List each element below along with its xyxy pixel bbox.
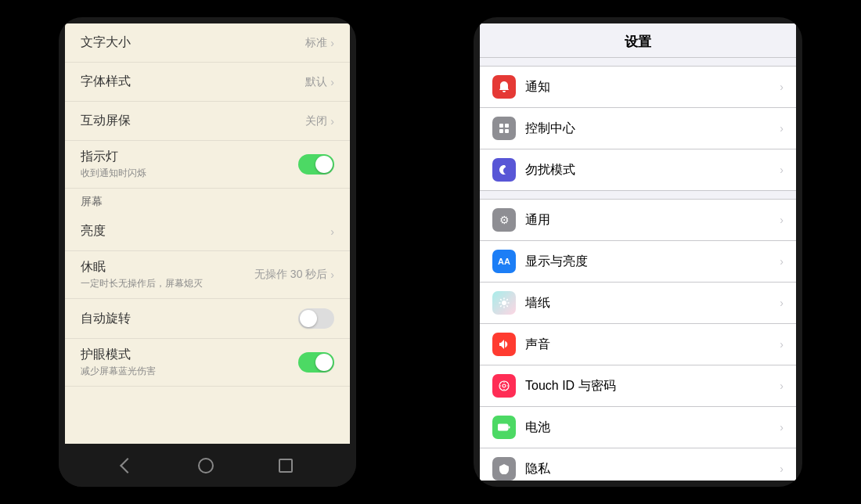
sleep-row[interactable]: 休眠 一定时长无操作后，屏幕熄灭 无操作 30 秒后 › — [65, 251, 350, 299]
control-center-icon — [492, 117, 516, 140]
ios-phone: 设置 通知 › — [474, 17, 802, 487]
svg-rect-7 — [498, 424, 508, 430]
svg-rect-8 — [509, 427, 510, 429]
chevron-icon: › — [780, 297, 784, 309]
wallpaper-label: 墙纸 — [525, 295, 775, 311]
battery-label: 电池 — [525, 419, 775, 436]
chevron-icon: › — [330, 268, 334, 281]
general-icon: ⚙ — [492, 208, 516, 232]
nav-home-button[interactable] — [198, 458, 214, 473]
do-not-disturb-icon — [492, 158, 516, 182]
screen-section-label: 屏幕 — [65, 189, 350, 212]
notifications-row[interactable]: 通知 › — [480, 67, 796, 108]
wallpaper-row[interactable]: 墙纸 › — [480, 283, 796, 324]
chevron-icon: › — [780, 81, 784, 93]
display-icon: AA — [492, 250, 516, 273]
indicator-row[interactable]: 指示灯 收到通知时闪烁 — [65, 141, 350, 189]
svg-rect-1 — [505, 124, 509, 128]
chevron-icon: › — [780, 214, 784, 226]
sound-label: 声音 — [525, 337, 775, 353]
scene: 文字大小 标准 › 字体样式 默认 › 互动屏保 — [0, 0, 861, 504]
wallpaper-icon — [492, 291, 516, 315]
font-style-row[interactable]: 字体样式 默认 › — [65, 63, 350, 102]
ios-header: 设置 — [480, 23, 796, 58]
ios-screen: 设置 通知 › — [480, 23, 796, 481]
svg-rect-0 — [499, 124, 503, 128]
nav-recents-button[interactable] — [279, 459, 293, 473]
chevron-icon: › — [330, 76, 334, 88]
privacy-icon — [492, 457, 516, 481]
battery-icon — [492, 416, 516, 439]
nav-back-button[interactable] — [120, 458, 135, 473]
sound-row[interactable]: 声音 › — [480, 324, 796, 365]
chevron-icon: › — [330, 37, 334, 49]
ios-group-1: 通知 › 控制中心 › 勿扰模式 — [480, 66, 796, 191]
chevron-icon: › — [780, 338, 784, 351]
android-screen: 文字大小 标准 › 字体样式 默认 › 互动屏保 — [65, 23, 350, 444]
indicator-toggle[interactable] — [298, 154, 334, 175]
touchid-label: Touch ID 与密码 — [525, 378, 775, 394]
auto-rotate-row[interactable]: 自动旋转 — [65, 299, 350, 339]
eye-mode-row[interactable]: 护眼模式 减少屏幕蓝光伤害 — [65, 339, 350, 387]
chevron-icon: › — [780, 380, 784, 392]
chevron-icon: › — [780, 421, 784, 434]
auto-rotate-toggle[interactable] — [298, 308, 334, 329]
privacy-label: 隐私 — [525, 461, 775, 477]
chevron-icon: › — [780, 255, 784, 268]
general-row[interactable]: ⚙ 通用 › — [480, 200, 796, 241]
touchid-row[interactable]: Touch ID 与密码 › — [480, 365, 796, 407]
ios-content: 通知 › 控制中心 › 勿扰模式 — [480, 58, 796, 481]
control-center-row[interactable]: 控制中心 › — [480, 108, 796, 149]
do-not-disturb-row[interactable]: 勿扰模式 › — [480, 149, 796, 190]
notifications-icon — [492, 75, 516, 99]
chevron-icon: › — [780, 463, 784, 475]
general-label: 通用 — [525, 212, 775, 229]
ios-title: 设置 — [625, 34, 651, 49]
android-nav-bar — [59, 444, 356, 487]
privacy-row[interactable]: 隐私 › — [480, 448, 796, 481]
eye-mode-toggle[interactable] — [298, 352, 334, 373]
chevron-icon: › — [780, 164, 784, 176]
font-size-row[interactable]: 文字大小 标准 › — [65, 23, 350, 63]
control-center-label: 控制中心 — [525, 121, 775, 137]
battery-row[interactable]: 电池 › — [480, 407, 796, 448]
display-label: 显示与亮度 — [525, 254, 775, 270]
chevron-icon: › — [330, 115, 334, 128]
chevron-icon: › — [780, 122, 784, 135]
svg-point-4 — [502, 301, 506, 305]
screen-saver-row[interactable]: 互动屏保 关闭 › — [65, 102, 350, 141]
ios-group-2: ⚙ 通用 › AA 显示与亮度 › 墙纸 › — [480, 199, 796, 481]
android-phone: 文字大小 标准 › 字体样式 默认 › 互动屏保 — [59, 17, 356, 487]
sound-icon — [492, 333, 516, 356]
brightness-row[interactable]: 亮度 › — [65, 212, 350, 251]
svg-rect-3 — [505, 129, 509, 133]
svg-point-6 — [503, 384, 506, 387]
do-not-disturb-label: 勿扰模式 — [525, 162, 775, 178]
svg-rect-2 — [499, 129, 503, 133]
touchid-icon — [492, 374, 516, 398]
notifications-label: 通知 — [525, 79, 775, 95]
display-row[interactable]: AA 显示与亮度 › — [480, 241, 796, 283]
android-content: 文字大小 标准 › 字体样式 默认 › 互动屏保 — [65, 23, 350, 444]
chevron-icon: › — [330, 225, 334, 238]
